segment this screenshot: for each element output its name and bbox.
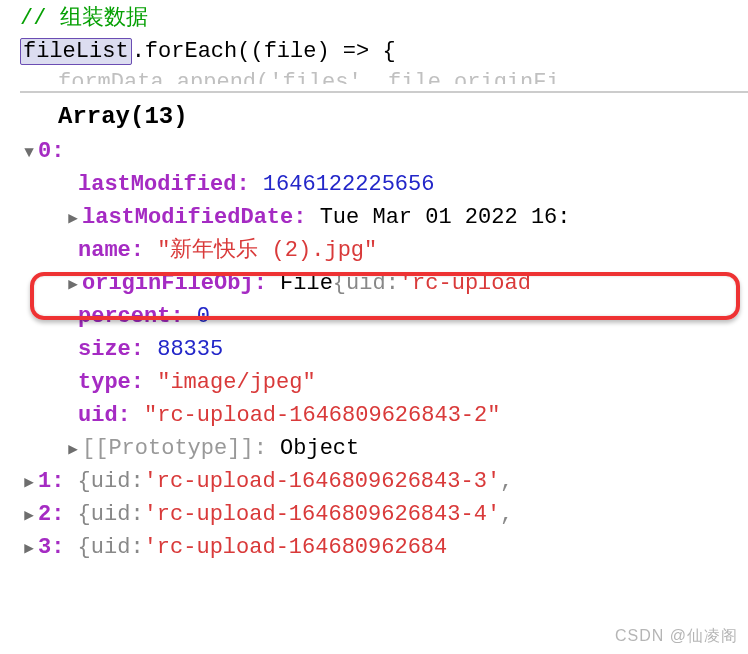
chevron-right-icon[interactable]	[20, 504, 38, 528]
watermark: CSDN @仙凌阁	[615, 624, 738, 648]
item-index: 1:	[38, 465, 64, 498]
chevron-down-icon[interactable]	[20, 141, 38, 165]
prop-value: 1646122225656	[263, 168, 435, 201]
prop-value: "新年快乐 (2).jpg"	[157, 234, 377, 267]
preview-open: {	[78, 498, 91, 531]
preview-val: 'rc-upload-1646809626843-4'	[144, 498, 500, 531]
tree-item-3[interactable]: 3: { uid: 'rc-upload-164680962684	[20, 531, 748, 564]
prop-key: size:	[78, 333, 144, 366]
chevron-right-icon[interactable]	[64, 438, 82, 462]
prop-size[interactable]: size: 88335	[20, 333, 748, 366]
panel-divider	[20, 91, 748, 93]
prop-key: lastModified:	[78, 168, 250, 201]
prop-lastModifiedDate[interactable]: lastModifiedDate: Tue Mar 01 2022 16:	[20, 201, 748, 234]
tree-item-2[interactable]: 2: { uid: 'rc-upload-1646809626843-4' ,	[20, 498, 748, 531]
prop-key: type:	[78, 366, 144, 399]
preview-key: uid:	[91, 465, 144, 498]
prop-key: [[Prototype]]:	[82, 432, 267, 465]
code-line-faded: formData.append('files', file.originFi	[20, 66, 748, 84]
preview-open: {	[78, 531, 91, 564]
prop-key: originFileObj:	[82, 267, 267, 300]
preview-comma: ,	[500, 465, 513, 498]
prop-uid[interactable]: uid: "rc-upload-1646809626843-2"	[20, 399, 748, 432]
prop-key: lastModifiedDate:	[82, 201, 306, 234]
code-comment: // 组装数据	[20, 2, 748, 35]
preview-val: 'rc-upload-164680962684	[144, 531, 448, 564]
prop-percent[interactable]: percent: 0	[20, 300, 748, 333]
obj-preview-open: {	[333, 267, 346, 300]
prop-key: uid:	[78, 399, 131, 432]
chevron-right-icon[interactable]	[64, 273, 82, 297]
prop-originFileObj[interactable]: originFileObj: File { uid: 'rc-upload	[20, 267, 748, 300]
devtools-object-inspector: Array(13) 0: lastModified: 1646122225656…	[0, 84, 748, 564]
array-header: Array(13)	[20, 99, 748, 135]
prop-type[interactable]: type: "image/jpeg"	[20, 366, 748, 399]
item-index: 0:	[38, 135, 64, 168]
item-index: 3:	[38, 531, 64, 564]
obj-preview-key: uid:	[346, 267, 399, 300]
preview-open: {	[78, 465, 91, 498]
obj-preview-val: 'rc-upload	[399, 267, 531, 300]
code-editor-area: // 组装数据 fileList.forEach((file) => { for…	[0, 0, 748, 84]
prop-value: Object	[280, 432, 359, 465]
preview-key: uid:	[91, 531, 144, 564]
chevron-right-icon[interactable]	[64, 207, 82, 231]
preview-val: 'rc-upload-1646809626843-3'	[144, 465, 500, 498]
prop-name[interactable]: name: "新年快乐 (2).jpg"	[20, 234, 748, 267]
prop-lastModified[interactable]: lastModified: 1646122225656	[20, 168, 748, 201]
tree-item-0[interactable]: 0:	[20, 135, 748, 168]
tree-item-1[interactable]: 1: { uid: 'rc-upload-1646809626843-3' ,	[20, 465, 748, 498]
prop-value: Tue Mar 01 2022 16:	[320, 201, 571, 234]
prop-value: 88335	[157, 333, 223, 366]
prop-key: percent:	[78, 300, 184, 333]
obj-type: File	[280, 267, 333, 300]
prop-key: name:	[78, 234, 144, 267]
preview-key: uid:	[91, 498, 144, 531]
item-index: 2:	[38, 498, 64, 531]
prop-prototype[interactable]: [[Prototype]]: Object	[20, 432, 748, 465]
code-rest: .forEach((file) => {	[132, 39, 396, 64]
chevron-right-icon[interactable]	[20, 537, 38, 561]
code-line: fileList.forEach((file) => {	[20, 35, 748, 68]
prop-value: "rc-upload-1646809626843-2"	[144, 399, 500, 432]
prop-value: 0	[197, 300, 210, 333]
prop-value: "image/jpeg"	[157, 366, 315, 399]
chevron-right-icon[interactable]	[20, 471, 38, 495]
variable-reference[interactable]: fileList	[20, 38, 132, 65]
preview-comma: ,	[500, 498, 513, 531]
